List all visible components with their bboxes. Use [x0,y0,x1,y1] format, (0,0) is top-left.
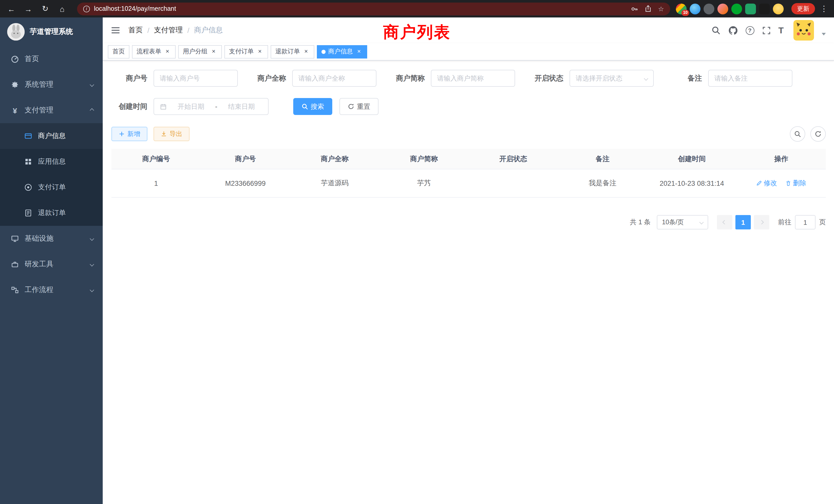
address-bar[interactable]: i localhost:1024/pay/merchant ☆ [77,2,670,15]
chevron-down-icon [699,220,704,225]
close-icon[interactable]: × [256,48,263,55]
help-icon[interactable]: ? [745,26,754,35]
fullscreen-icon[interactable] [762,26,771,35]
sidebar: 芋道管理系统 首页 系统管理 ¥ 支付管理 [0,18,103,504]
search-icon[interactable] [711,26,720,35]
export-button[interactable]: 导出 [154,127,190,141]
sidebar-item-app-info[interactable]: 应用信息 [0,149,103,175]
password-key-icon[interactable] [631,5,639,13]
short-name-input[interactable] [437,74,509,82]
tab-user-group[interactable]: 用户分组 × [178,45,222,58]
sidebar-item-pay-order[interactable]: 支付订单 [0,175,103,200]
chevron-down-icon [90,262,94,267]
date-separator: - [215,102,218,110]
delete-button[interactable]: 删除 [785,179,806,188]
sidebar-item-workflow[interactable]: 工作流程 [0,277,103,303]
breadcrumb-separator: / [188,26,190,35]
bookmark-star-icon[interactable]: ☆ [658,5,664,13]
merchant-no-input[interactable] [160,74,232,82]
extension-icon[interactable] [759,3,770,14]
edit-button[interactable]: 修改 [756,179,777,188]
breadcrumb-item[interactable]: 支付管理 [154,26,183,35]
share-icon[interactable] [645,5,652,12]
caret-down-icon[interactable] [822,32,826,35]
chrome-menu-icon[interactable]: ⋮ [820,4,828,13]
breadcrumb-item[interactable]: 首页 [128,26,143,35]
sidebar-item-dev-tools[interactable]: 研发工具 [0,251,103,277]
status-select[interactable]: 请选择开启状态 [570,70,654,87]
chrome-update-button[interactable]: 更新 [791,3,815,14]
prev-page-button[interactable] [717,215,732,229]
extension-icon[interactable] [704,3,714,14]
sidebar-toggle-icon[interactable] [111,26,120,35]
date-end-placeholder: 结束日期 [220,102,262,111]
reset-button[interactable]: 重置 [339,98,378,115]
sidebar-item-payment[interactable]: ¥ 支付管理 [0,97,103,123]
tab-home[interactable]: 首页 [108,45,129,58]
tab-process-form[interactable]: 流程表单 × [132,45,176,58]
site-info-icon[interactable]: i [83,5,90,12]
extension-icon[interactable] [718,3,728,14]
close-icon[interactable]: × [164,48,171,55]
profile-avatar[interactable] [773,3,784,14]
tab-label: 用户分组 [183,47,207,56]
gear-icon [10,81,20,89]
filter-row-2: 创建时间 开始日期 - 结束日期 搜索 [111,98,826,115]
toggle-search-icon[interactable] [790,126,805,142]
breadcrumb-current: 商户信息 [194,26,223,35]
extension-icon[interactable] [731,3,742,14]
filter-remark: 备注 [666,70,792,87]
reload-icon[interactable]: ↻ [39,3,51,15]
full-name-input[interactable] [299,74,370,82]
merchant-table: 商户编号 商户号 商户全称 商户简称 开启状态 备注 创建时间 操作 1 M23… [111,149,826,198]
credit-card-icon [24,132,33,140]
toggle-knob [504,184,512,192]
page-size-select[interactable]: 10条/页 [657,215,708,229]
tab-label: 支付订单 [229,47,254,56]
payment-submenu: 商户信息 应用信息 支付订单 [0,123,103,226]
date-range-picker[interactable]: 开始日期 - 结束日期 [154,98,269,115]
sidebar-item-system[interactable]: 系统管理 [0,72,103,97]
tab-merchant-info[interactable]: 商户信息 × [317,45,367,58]
sidebar-item-merchant-info[interactable]: 商户信息 [0,123,103,149]
toolbox-icon [10,260,20,269]
user-avatar[interactable] [793,20,814,41]
sidebar-item-refund-order[interactable]: 退款订单 [0,200,103,226]
forward-icon[interactable]: → [22,3,35,15]
document-icon [24,209,33,217]
next-page-button[interactable] [754,215,769,229]
cell-full-name: 芋道源码 [290,179,379,188]
yen-icon: ¥ [10,106,20,115]
column-header: 商户全称 [290,154,379,163]
app-logo[interactable]: 芋道管理系统 [0,18,103,46]
font-size-icon[interactable]: T [778,26,784,35]
github-icon[interactable] [728,25,738,35]
top-navbar: 首页 / 支付管理 / 商户信息 商户列表 ? [103,18,834,43]
table-toolbar: 新增 导出 [111,126,826,142]
add-button[interactable]: 新增 [111,127,147,141]
extension-icon[interactable]: 10 [676,3,687,14]
search-button[interactable]: 搜索 [293,98,332,115]
tab-refund-order[interactable]: 退款订单 × [271,45,314,58]
back-icon[interactable]: ← [5,3,18,15]
extension-icon[interactable] [690,3,701,14]
column-header: 操作 [737,154,826,163]
goto-page-input[interactable] [795,215,815,229]
calendar-icon [160,103,167,110]
chevron-right-icon [760,220,764,225]
current-page[interactable]: 1 [736,215,751,229]
date-start-placeholder: 开始日期 [170,102,212,111]
tab-label: 退款订单 [275,47,300,56]
app-frame: 芋道管理系统 首页 系统管理 ¥ 支付管理 [0,18,834,504]
close-icon[interactable]: × [210,48,217,55]
refresh-icon[interactable] [810,126,826,142]
remark-input[interactable] [714,74,786,82]
tab-pay-order[interactable]: 支付订单 × [224,45,268,58]
close-icon[interactable]: × [303,48,310,55]
url-text: localhost:1024/pay/merchant [94,5,176,12]
sidebar-item-home[interactable]: 首页 [0,46,103,72]
extension-icon[interactable] [745,3,756,14]
sidebar-item-infrastructure[interactable]: 基础设施 [0,226,103,251]
close-icon[interactable]: × [355,48,363,55]
home-icon[interactable]: ⌂ [56,3,68,15]
